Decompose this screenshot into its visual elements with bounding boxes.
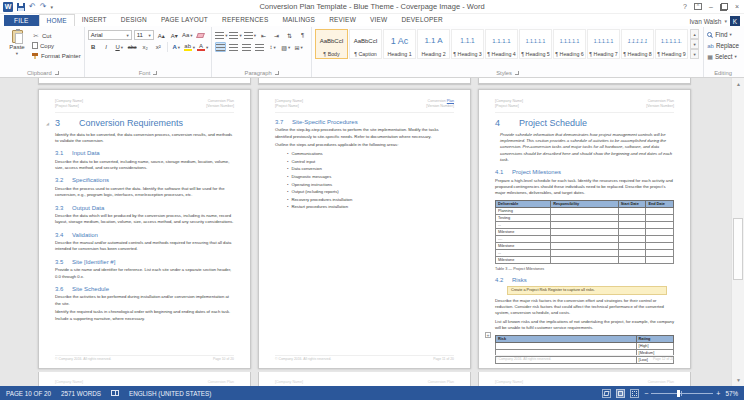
tab-page-layout[interactable]: PAGE LAYOUT	[154, 14, 215, 26]
avatar[interactable]: K	[730, 16, 740, 26]
zoom-slider-thumb[interactable]	[677, 390, 680, 397]
vertical-scrollbar[interactable]: ▲ ▼	[731, 78, 744, 386]
style-chip-heading-5[interactable]: 1.1.1.1.1¶ Heading 5	[519, 29, 552, 59]
strikethrough-button[interactable]: abc	[127, 42, 138, 52]
help-icon[interactable]: ?	[683, 2, 687, 12]
doc-heading2[interactable]: 3.7Site-Specific Procedures	[275, 119, 454, 125]
bullet-item[interactable]: Restart procedures installation	[287, 204, 454, 209]
table-cell[interactable]	[646, 221, 674, 228]
tab-review[interactable]: REVIEW	[322, 14, 363, 26]
table-header-cell[interactable]: End Date	[646, 200, 674, 207]
table-cell[interactable]	[646, 207, 674, 214]
bullet-item[interactable]: Output (including reports)	[287, 189, 454, 194]
page-body[interactable]: 3.7Site-Specific ProceduresOutline the s…	[275, 119, 454, 210]
table-cell[interactable]	[618, 214, 646, 221]
doc-paragraph[interactable]: Describe the activities to be performed …	[55, 294, 234, 307]
tab-view[interactable]: VIEW	[363, 14, 394, 26]
customize-quick-access-icon[interactable]: ▾	[50, 4, 53, 10]
doc-paragraph[interactable]: Describe the major risk factors in the c…	[495, 298, 674, 317]
style-chip-heading-6[interactable]: 1.1.1.1.1¶ Heading 6	[553, 29, 586, 59]
table-cell[interactable]	[618, 249, 646, 256]
style-chip-caption[interactable]: AaBbCcI¶ Caption	[349, 29, 382, 59]
doc-paragraph[interactable]: Provide schedule information that demons…	[500, 132, 674, 163]
borders-button[interactable]: ⊞▾	[293, 42, 304, 52]
doc-heading2[interactable]: 3.1Input Data	[55, 150, 234, 156]
superscript-button[interactable]: x²	[153, 42, 164, 52]
bold-button[interactable]: B	[88, 42, 99, 52]
table-cell[interactable]: Milestone	[496, 242, 551, 249]
decrease-indent-button[interactable]: ⇤	[258, 30, 269, 40]
doc-heading2[interactable]: 3.2Specifications	[55, 177, 234, 183]
line-spacing-button[interactable]: ↕▾	[267, 42, 278, 52]
numbering-button[interactable]: ▾	[229, 30, 241, 40]
table-cell[interactable]	[551, 207, 619, 214]
table-cell[interactable]	[646, 256, 674, 263]
table-cell[interactable]	[551, 242, 619, 249]
table-cell[interactable]: Testing	[496, 214, 551, 221]
table-cell[interactable]	[646, 249, 674, 256]
doc-paragraph[interactable]: Outline the steps and procedures applica…	[275, 142, 454, 148]
change-case-button[interactable]: Aa▾	[182, 30, 193, 40]
table-header-cell[interactable]: Responsibility	[551, 200, 619, 207]
doc-heading2[interactable]: 3.3Output Data	[55, 205, 234, 211]
zoom-out-icon[interactable]: −	[644, 390, 648, 397]
font-color-button[interactable]: A▾	[197, 42, 208, 52]
align-center-button[interactable]	[228, 42, 239, 52]
bullet-item[interactable]: Operating instructions	[287, 182, 454, 187]
show-hide-pilcrow-button[interactable]: ¶	[297, 30, 308, 40]
align-left-button[interactable]	[215, 42, 226, 52]
table-cell[interactable]	[618, 256, 646, 263]
table-cell[interactable]: Milestone	[496, 228, 551, 235]
bullet-item[interactable]: Recovery procedures installation	[287, 197, 454, 202]
doc-heading2[interactable]: 4.2Risks	[495, 277, 674, 283]
doc-paragraph[interactable]: Prepare a high-level schedule for each t…	[495, 178, 674, 197]
paste-button[interactable]: Paste ▾	[5, 28, 29, 56]
tab-developer[interactable]: DEVELOPER	[394, 14, 450, 26]
table-cell[interactable]: Milestone	[496, 256, 551, 263]
style-chip-heading-7[interactable]: 1.1.1.1.1¶ Heading 7	[587, 29, 620, 59]
tab-home[interactable]: HOME	[39, 14, 75, 26]
bullet-item[interactable]: Control input	[287, 159, 454, 164]
highlight-button[interactable]: ab▾	[184, 42, 195, 52]
table-cell[interactable]	[496, 342, 637, 349]
collapse-marker-icon[interactable]: ◢	[46, 121, 49, 126]
doc-paragraph[interactable]: Identify the required tasks in chronolog…	[55, 309, 234, 322]
sort-button[interactable]: ⇅	[284, 30, 295, 40]
find-button[interactable]: Find ▾	[707, 30, 739, 39]
language-indicator[interactable]: ENGLISH (UNITED STATES)	[129, 390, 211, 397]
doc-paragraph[interactable]: Identify the data to be converted, the d…	[55, 132, 234, 145]
style-chip-body[interactable]: AaBbCcI¶ Body	[315, 29, 348, 59]
print-layout-button[interactable]	[616, 389, 625, 398]
gallery-more-icon[interactable]: ▾	[690, 49, 699, 59]
table-cell[interactable]	[551, 228, 619, 235]
minimize-icon[interactable]: –	[709, 2, 713, 12]
table-cell[interactable]	[646, 242, 674, 249]
table-header-cell[interactable]: Deliverable	[496, 200, 551, 207]
table-cell[interactable]	[551, 235, 619, 242]
doc-paragraph[interactable]: Describe the manual and/or automated con…	[55, 240, 234, 253]
document-area[interactable]: [Company Name][Project Name]Conversion P…	[0, 78, 744, 386]
grow-font-button[interactable]: A▴	[156, 30, 167, 40]
shading-button[interactable]: ▨▾	[280, 42, 291, 52]
doc-heading2[interactable]: 3.4Validation	[55, 232, 234, 238]
word-count[interactable]: 2571 WORDS	[61, 390, 101, 397]
doc-paragraph[interactable]: Provide a site name and identifier for r…	[55, 267, 234, 280]
table-cell[interactable]	[551, 256, 619, 263]
redo-icon[interactable]: ↷	[40, 2, 47, 12]
underline-button[interactable]: U▾	[114, 42, 125, 52]
shrink-font-button[interactable]: A▾	[169, 30, 180, 40]
select-button[interactable]: ▦ Select ▾	[707, 52, 739, 61]
table-cell[interactable]	[646, 214, 674, 221]
bullet-item[interactable]: Diagnostic messages	[287, 174, 454, 179]
bullet-item[interactable]: Communications	[287, 151, 454, 156]
tab-insert[interactable]: INSERT	[75, 14, 114, 26]
proofing-icon[interactable]	[111, 390, 119, 396]
text-effects-button[interactable]: A▾	[171, 42, 182, 52]
table-cell[interactable]	[618, 207, 646, 214]
table-header-cell[interactable]: Risk	[496, 335, 637, 342]
format-painter-button[interactable]: Format Painter	[32, 51, 81, 60]
dialog-launcher-icon[interactable]	[55, 71, 59, 75]
style-chip-heading-2[interactable]: 1.1 AHeading 2	[417, 29, 450, 59]
web-layout-button[interactable]	[630, 389, 639, 398]
scroll-up-icon[interactable]: ▲	[732, 78, 744, 90]
